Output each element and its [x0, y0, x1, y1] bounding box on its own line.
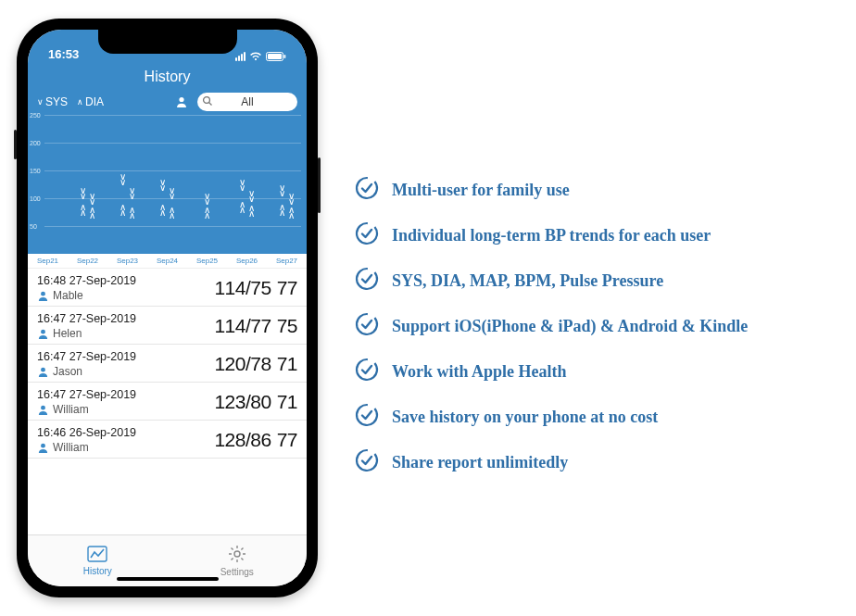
svg-rect-1 — [268, 54, 282, 59]
svg-point-12 — [234, 551, 240, 557]
record-row[interactable]: 16:47 27-Sep-2019Helen114/7775 — [28, 307, 307, 345]
chart-y-tick: 50 — [30, 223, 37, 230]
chart-point-dia — [129, 207, 135, 218]
record-user: Helen — [53, 327, 82, 340]
chart-point-sys — [80, 187, 86, 198]
wifi-icon — [249, 52, 262, 61]
check-icon — [355, 358, 379, 386]
feature-text: SYS, DIA, MAP, BPM, Pulse Pressure — [392, 271, 663, 291]
chart-point-sys — [169, 187, 175, 198]
phone-notch — [98, 30, 237, 54]
record-reading: 114/7577 — [214, 277, 297, 299]
svg-point-4 — [204, 97, 210, 104]
feature-item: Individual long-term BP trends for each … — [355, 221, 748, 250]
chart-x-tick: Sep27 — [267, 254, 307, 268]
feature-text: Multi-user for family use — [392, 181, 570, 200]
search-input[interactable]: All — [197, 93, 297, 111]
record-user: Jason — [53, 365, 82, 378]
chart-point-sys — [204, 193, 210, 204]
record-time: 16:47 27-Sep-2019 — [37, 312, 214, 325]
legend-sys-label: SYS — [45, 95, 68, 108]
chart-point-sys — [279, 184, 285, 195]
svg-point-10 — [41, 443, 45, 447]
svg-point-15 — [355, 267, 379, 291]
feature-item: Support iOS(iPhone & iPad) & Android & K… — [355, 312, 748, 341]
chart-point-dia — [248, 205, 255, 216]
status-time: 16:53 — [48, 47, 79, 61]
chart-point-sys — [129, 187, 135, 198]
chart-x-tick: Sep21 — [28, 254, 68, 268]
bp-trend-chart[interactable]: 50100150200250 — [28, 115, 307, 254]
chevron-up-icon: ∧ — [77, 97, 83, 107]
record-list[interactable]: 16:48 27-Sep-2019Mable114/757716:47 27-S… — [28, 269, 307, 534]
home-indicator[interactable] — [117, 577, 219, 581]
feature-text: Work with Apple Health — [392, 362, 567, 382]
user-icon — [37, 366, 49, 378]
record-time: 16:46 26-Sep-2019 — [37, 426, 214, 439]
chart-y-tick: 100 — [30, 195, 41, 202]
chart-x-tick: Sep22 — [68, 254, 107, 268]
record-time: 16:47 27-Sep-2019 — [37, 350, 214, 363]
chart-grid-line — [44, 143, 301, 144]
record-row[interactable]: 16:46 26-Sep-2019William128/8677 — [28, 421, 307, 459]
chart-point-sys — [120, 173, 126, 184]
chart-x-axis: Sep21Sep22Sep23Sep24Sep25Sep26Sep27 — [28, 254, 307, 269]
record-reading: 120/7871 — [214, 353, 297, 375]
record-user: William — [53, 441, 89, 454]
svg-point-19 — [355, 448, 379, 472]
legend-sys[interactable]: ∨ SYS — [37, 95, 68, 108]
tab-settings-label: Settings — [220, 567, 254, 577]
chart-point-sys — [248, 190, 255, 201]
user-icon — [37, 442, 49, 454]
check-icon — [355, 221, 379, 250]
svg-point-14 — [355, 221, 379, 245]
feature-text: Save history on your phone at no cost — [392, 408, 658, 427]
record-row[interactable]: 16:47 27-Sep-2019Jason120/7871 — [28, 345, 307, 383]
chart-point-dia — [120, 204, 126, 215]
page-title: History — [28, 63, 307, 93]
chart-x-tick: Sep24 — [147, 254, 187, 268]
chevron-down-icon: ∨ — [37, 97, 44, 107]
chart-point-sys — [288, 193, 295, 204]
legend-dia[interactable]: ∧ DIA — [77, 95, 104, 108]
chart-y-tick: 250 — [30, 112, 41, 119]
chart-point-dia — [204, 207, 210, 218]
status-icons — [235, 52, 286, 61]
chart-x-tick: Sep23 — [107, 254, 147, 268]
svg-point-18 — [355, 403, 379, 427]
chart-y-tick: 150 — [30, 168, 41, 174]
phone-screen: 16:53 History ∨ SYS ∧ DIA — [28, 30, 307, 586]
feature-item: Multi-user for family use — [355, 176, 748, 205]
svg-rect-2 — [284, 55, 286, 58]
feature-text: Support iOS(iPhone & iPad) & Android & K… — [392, 317, 748, 336]
record-row[interactable]: 16:47 27-Sep-2019William123/8071 — [28, 383, 307, 421]
svg-point-7 — [41, 329, 45, 333]
user-filter-icon[interactable] — [175, 95, 188, 108]
feature-item: Share report unlimitedly — [355, 448, 748, 477]
chart-point-dia — [169, 207, 175, 218]
user-icon — [37, 328, 49, 340]
record-user: Mable — [53, 289, 83, 302]
svg-point-13 — [355, 176, 379, 200]
search-icon — [202, 95, 213, 109]
record-row[interactable]: 16:48 27-Sep-2019Mable114/7577 — [28, 269, 307, 307]
search-value: All — [241, 95, 253, 108]
chart-point-dia — [89, 207, 95, 218]
chart-point-sys — [239, 179, 245, 190]
record-reading: 114/7775 — [214, 315, 297, 337]
feature-item: SYS, DIA, MAP, BPM, Pulse Pressure — [355, 267, 748, 295]
check-icon — [355, 448, 379, 477]
record-reading: 123/8071 — [214, 391, 297, 413]
chart-point-sys — [89, 193, 95, 204]
gear-icon — [228, 545, 246, 565]
chart-grid-line — [44, 170, 301, 171]
svg-point-17 — [355, 358, 379, 382]
chart-point-dia — [239, 201, 245, 212]
check-icon — [355, 267, 379, 295]
feature-text: Individual long-term BP trends for each … — [392, 226, 711, 245]
record-reading: 128/8677 — [214, 429, 297, 451]
feature-list: Multi-user for family useIndividual long… — [355, 139, 748, 477]
record-time: 16:48 27-Sep-2019 — [37, 274, 214, 287]
chart-x-tick: Sep25 — [187, 254, 227, 268]
chart-point-dia — [279, 204, 285, 215]
